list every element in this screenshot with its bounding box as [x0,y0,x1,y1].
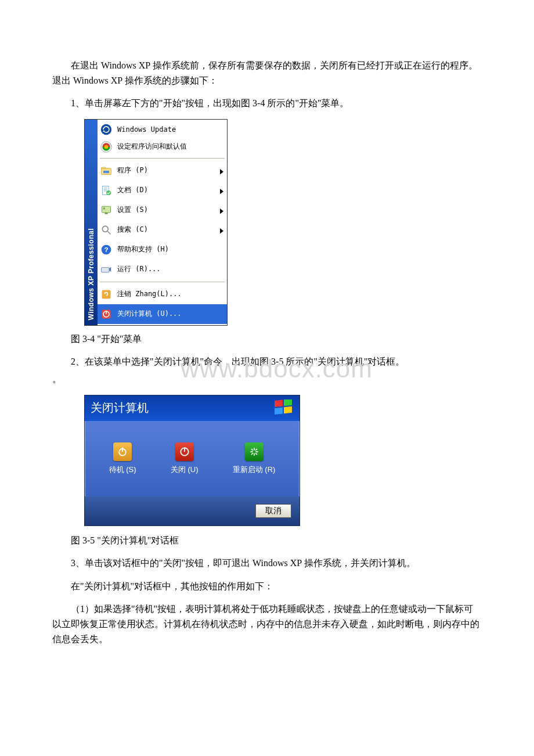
menu-item-shutdown[interactable]: 关闭计算机 (U)... [98,304,227,324]
turnoff-button[interactable]: 关闭 (U) [171,442,199,475]
standby-button[interactable]: 待机 (S) [109,442,136,475]
settings-icon [100,204,113,217]
shutdown-footer: 取消 [85,496,300,525]
svg-line-33 [251,453,253,455]
menu-item-logoff[interactable]: 注销 Zhang(L)... [98,285,227,304]
programs-icon [100,164,113,177]
document-page: www.bdocx.com 在退出 Windows XP 操作系统前，保存所有需… [0,0,534,689]
menu-label: 设定程序访问和默认值 [117,142,223,152]
documents-icon [100,184,113,197]
start-menu-sidebar-label: Windows XP Professional [87,228,95,321]
help-icon: ? [100,243,113,256]
submenu-arrow-icon: ▶ [220,205,223,215]
svg-text:?: ? [104,246,108,253]
svg-line-34 [255,449,257,451]
shutdown-icon [100,308,113,321]
menu-item-documents[interactable]: 文档 (D) ▶ [98,181,227,200]
submenu-arrow-icon: ▶ [220,165,223,176]
menu-item-run[interactable]: 运行 (R)... [98,260,227,279]
menu-separator [100,282,225,282]
start-menu-body: Windows Update 设定程序访问和默认值 程序 (P) ▶ [98,120,227,325]
svg-line-32 [255,453,257,455]
shutdown-dialog: 关闭计算机 待机 (S) 关闭 (U) [84,395,300,526]
svg-point-2 [104,145,109,149]
step-2-tail: 。 [52,372,482,387]
svg-rect-15 [102,290,111,298]
menu-label: 搜索 (C) [117,225,223,235]
menu-item-help[interactable]: ? 帮助和支持 (H) [98,240,227,260]
paragraph-standby-note: （1）如果选择"待机"按钮，表明计算机将处于低功耗睡眠状态，按键盘上的任意键或动… [52,602,482,646]
svg-rect-22 [284,406,292,413]
shutdown-titlebar: 关闭计算机 [85,395,300,421]
svg-line-31 [251,449,253,451]
svg-rect-5 [103,171,109,173]
figure-caption-1: 图 3-4 "开始"菜单 [52,332,482,347]
logoff-icon [100,288,113,301]
windows-update-icon [100,123,113,136]
menu-item-settings[interactable]: 设置 (S) ▶ [98,200,227,220]
svg-line-11 [108,231,111,234]
cancel-button[interactable]: 取消 [255,504,291,518]
restart-button[interactable]: 重新启动 (R) [233,442,276,475]
menu-label: 关闭计算机 (U)... [117,309,223,319]
svg-rect-8 [102,206,111,213]
submenu-arrow-icon: ▶ [220,185,223,196]
menu-label: 注销 Zhang(L)... [117,289,223,299]
turnoff-icon [175,442,194,461]
menu-label: 程序 (P) [117,165,223,175]
menu-label: 文档 (D) [117,185,223,195]
step-3: 3、单击该对话框中的"关闭"按钮，即可退出 Windows XP 操作系统，并关… [52,556,482,571]
menu-item-program-access[interactable]: 设定程序访问和默认值 [98,138,227,156]
search-icon [100,224,113,236]
menu-item-windows-update[interactable]: Windows Update [98,121,227,138]
menu-label: 设置 (S) [117,205,223,215]
step-1: 1、单击屏幕左下方的"开始"按钮，出现如图 3-4 所示的"开始"菜单。 [52,96,482,111]
standby-icon [113,442,132,461]
menu-label: Windows Update [117,125,223,134]
turnoff-label: 关闭 (U) [171,465,199,474]
start-menu: Windows XP Professional Windows Update 设… [84,119,228,326]
menu-item-programs[interactable]: 程序 (P) ▶ [98,161,227,181]
svg-rect-14 [102,267,109,272]
menu-label: 帮助和支持 (H) [117,244,223,254]
submenu-arrow-icon: ▶ [220,225,223,235]
menu-separator [100,158,225,159]
standby-label: 待机 (S) [109,465,136,474]
step-2: 2、在该菜单中选择"关闭计算机"命令，出现如图 3-5 所示的"关闭计算机"对话… [52,354,482,369]
svg-rect-20 [284,399,292,406]
run-icon [100,263,113,276]
svg-rect-4 [102,167,106,169]
menu-label: 运行 (R)... [117,264,223,274]
svg-rect-19 [275,399,283,406]
shutdown-options: 待机 (S) 关闭 (U) 重新启动 (R) [85,421,300,496]
svg-rect-21 [275,407,283,414]
restart-label: 重新启动 (R) [233,465,276,474]
start-menu-sidebar: Windows XP Professional [85,120,98,325]
svg-rect-9 [105,213,108,214]
paragraph-intro: 在退出 Windows XP 操作系统前，保存所有需要保存的数据，关闭所有已经打… [52,58,482,88]
windows-flag-icon [274,399,294,417]
shutdown-title: 关闭计算机 [91,400,149,416]
svg-point-10 [102,226,108,232]
svg-point-0 [101,124,111,135]
restart-icon [245,442,264,461]
menu-item-search[interactable]: 搜索 (C) ▶ [98,220,227,240]
program-access-icon [100,141,113,153]
paragraph-other-buttons: 在"关闭计算机"对话框中，其他按钮的作用如下： [52,579,482,594]
figure-caption-2: 图 3-5 "关闭计算机"对话框 [52,533,482,548]
